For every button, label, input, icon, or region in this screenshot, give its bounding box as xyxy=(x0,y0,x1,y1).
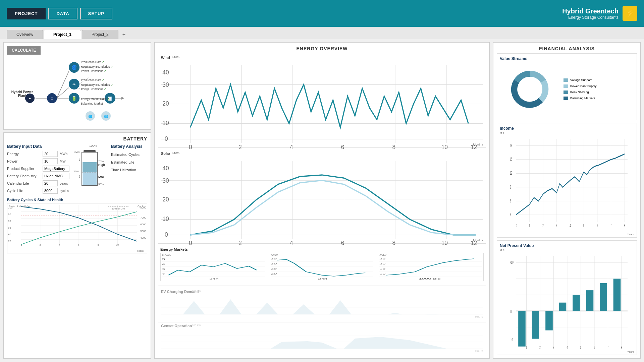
financial-title: FINANCIAL ANALYSIS xyxy=(497,46,637,51)
svg-text:20: 20 xyxy=(271,273,277,275)
svg-text:↕: ↕ xyxy=(78,174,80,179)
svg-rect-27 xyxy=(83,172,97,185)
svg-text:6: 6 xyxy=(597,223,598,228)
genset-chart: Genset Operation 100 kW Hours xyxy=(158,322,486,354)
calendar-life-row: Calendar Life years xyxy=(7,180,69,186)
svg-text:7: 7 xyxy=(610,223,611,228)
market-info-box: Energy Market Data ✓ Balancing Market xyxy=(81,97,110,106)
value-streams-section: Value Streams xyxy=(497,53,637,120)
cycles-chart-title: Battery Cycles & State of Health xyxy=(7,198,147,202)
svg-rect-201 xyxy=(573,295,580,311)
battery-input-section: Battery Input Data Energy MWh Power MW xyxy=(7,144,69,195)
svg-text:9: 9 xyxy=(510,184,511,190)
svg-text:🌐: 🌐 xyxy=(104,114,108,119)
power-input[interactable] xyxy=(43,158,58,164)
npv-title: Net Present Value xyxy=(500,243,634,248)
npv-section: Net Present Value M € Years xyxy=(497,240,637,355)
svg-text:24h: 24h xyxy=(209,278,218,280)
svg-marker-135 xyxy=(424,314,439,314)
energy-input[interactable] xyxy=(43,151,58,157)
svg-marker-131 xyxy=(293,304,315,314)
svg-rect-199 xyxy=(545,311,553,330)
svg-marker-134 xyxy=(388,313,402,314)
svg-text:🌀: 🌀 xyxy=(71,65,77,70)
svg-rect-202 xyxy=(586,290,594,311)
svg-rect-200 xyxy=(559,303,567,311)
svg-text:-10: -10 xyxy=(510,337,513,342)
svg-text:24h: 24h xyxy=(318,278,327,280)
tab-project2[interactable]: Project_2 xyxy=(82,30,118,39)
svg-text:↕: ↕ xyxy=(78,157,80,162)
tab-project1[interactable]: Project_1 xyxy=(44,30,81,39)
wind-info-box: Production Data ✓ Regulatory Boundaries … xyxy=(81,60,113,74)
estimated-cycles-row: Estimated Cycles cycles xyxy=(111,152,151,158)
nav-setup[interactable]: SETUP xyxy=(80,8,112,19)
time-util-row: Time Utilization xyxy=(111,167,151,173)
income-chart: 18 15 12 9 6 3 0 1 2 3 4 5 6 7 8 xyxy=(500,132,634,241)
svg-marker-132 xyxy=(329,300,351,314)
diagram-svg: ● ⬡ 🌀 ☀ 🔋 🌐 xyxy=(7,57,151,126)
svg-text:4: 4 xyxy=(162,263,165,266)
tab-overview[interactable]: Overview xyxy=(7,30,43,39)
svg-text:10: 10 xyxy=(162,216,169,223)
svg-text:25: 25 xyxy=(379,257,385,260)
svg-text:3: 3 xyxy=(556,223,557,228)
svg-text:100%: 100% xyxy=(73,151,80,154)
calculate-button[interactable]: CALCULATE xyxy=(7,46,41,55)
solar-info-box: Production Data ✓ Regulatory Boundaries … xyxy=(81,78,113,92)
brand-subtitle: Energy Storage Consultants xyxy=(562,15,619,20)
svg-text:●: ● xyxy=(29,96,31,100)
calendar-life-input[interactable] xyxy=(43,180,58,186)
value-streams-title: Value Streams xyxy=(500,56,634,61)
power-row: Power MW xyxy=(7,158,69,164)
svg-text:4: 4 xyxy=(59,244,60,246)
svg-text:40: 40 xyxy=(162,69,169,76)
svg-text:3: 3 xyxy=(553,345,554,350)
svg-marker-140 xyxy=(344,337,446,349)
svg-text:+10: +10 xyxy=(510,259,514,264)
svg-text:2: 2 xyxy=(539,345,541,350)
energy-markets-section: Energy Markets €c/kWh 5 4 3 2 24h xyxy=(158,246,486,286)
svg-text:☀: ☀ xyxy=(72,82,76,87)
nav-project[interactable]: PROJECT xyxy=(7,8,46,19)
supplier-input[interactable] xyxy=(43,166,69,172)
svg-text:12: 12 xyxy=(510,170,512,176)
svg-text:30: 30 xyxy=(162,81,169,88)
svg-text:35: 35 xyxy=(271,257,277,260)
cycle-life-row: Cycle Life cycles xyxy=(7,188,69,194)
svg-text:5: 5 xyxy=(583,223,584,228)
svg-text:0: 0 xyxy=(516,223,517,228)
svg-text:High: High xyxy=(98,163,105,167)
svg-text:0: 0 xyxy=(165,231,168,238)
svg-text:15: 15 xyxy=(510,157,512,162)
cycle-life-input[interactable] xyxy=(43,188,58,194)
energy-row: Energy MWh xyxy=(7,151,69,157)
nav-buttons: PROJECT DATA SETUP xyxy=(7,8,112,19)
svg-text:8: 8 xyxy=(624,223,625,228)
svg-text:Low: Low xyxy=(98,175,105,178)
svg-text:18: 18 xyxy=(510,143,512,148)
svg-text:⬡: ⬡ xyxy=(51,97,53,100)
svg-text:10: 10 xyxy=(162,120,169,127)
analysis-title: Battery Analysis xyxy=(111,144,151,149)
income-section: Income M € Years 18 1 xyxy=(497,123,637,238)
market-chart-3: €/MW 25 20 15 10 1000 Bid xyxy=(378,253,484,281)
svg-point-141 xyxy=(518,77,542,102)
svg-text:20: 20 xyxy=(379,262,385,265)
svg-text:7: 7 xyxy=(607,345,609,350)
svg-marker-129 xyxy=(220,299,241,314)
chemistry-input[interactable] xyxy=(43,173,69,179)
brand: Hybrid Greentech Energy Storage Consulta… xyxy=(562,6,637,21)
svg-text:10: 10 xyxy=(379,273,385,275)
nav-data[interactable]: DATA xyxy=(48,8,77,19)
svg-text:4: 4 xyxy=(570,223,571,228)
svg-text:0: 0 xyxy=(21,244,22,246)
battery-section-title: BATTERY xyxy=(7,136,147,141)
energy-overview-title: ENERGY OVERVIEW xyxy=(158,46,486,51)
svg-text:2: 2 xyxy=(162,273,165,276)
svg-text:0: 0 xyxy=(165,135,168,142)
svg-text:30%: 30% xyxy=(98,183,104,186)
tab-add-button[interactable]: + xyxy=(119,30,129,39)
svg-text:6: 6 xyxy=(510,198,511,203)
svg-text:🌐: 🌐 xyxy=(88,114,93,119)
